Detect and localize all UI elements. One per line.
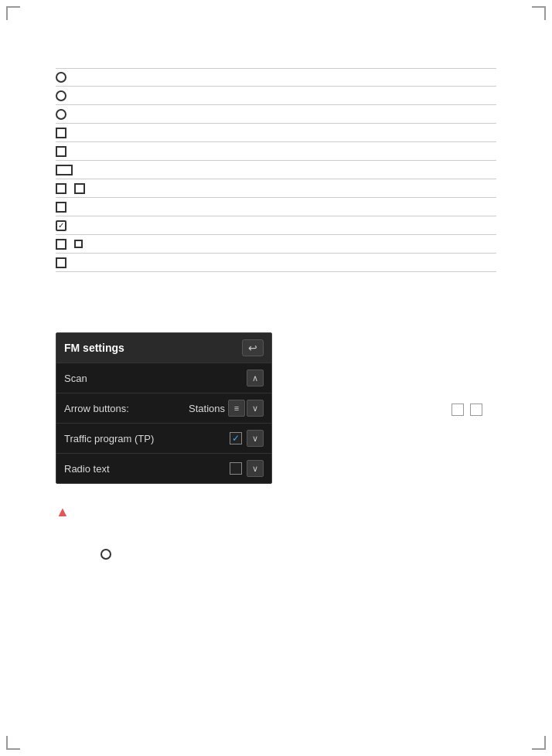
right-small-square-2 [470,404,482,416]
fm-traffic-program-down-button[interactable]: ∨ [247,430,264,447]
corner-mark-tr [532,6,546,20]
fm-scan-up-button[interactable]: ∧ [247,369,264,387]
bullet-square-icon [74,183,85,194]
fm-panel-title: FM settings [64,342,124,354]
warning-triangle-icon: ▲ [56,504,70,520]
list-item [56,235,496,254]
fm-scan-controls: ∧ [247,369,264,387]
bullet-square-icon [56,239,66,250]
bullet-square-icon [56,183,66,194]
fm-radio-text-label: Radio text [64,463,230,475]
fm-arrow-buttons-label: Arrow buttons: [64,403,189,414]
fm-settings-panel: FM settings ↩ Scan ∧ Arrow buttons: Stat… [56,332,272,484]
corner-mark-br [532,736,546,750]
bullet-square-small-icon [74,240,83,248]
fm-arrow-down-button[interactable]: ∨ [247,400,264,417]
right-squares-group [451,404,482,416]
fm-radio-text-controls: ∨ [230,460,264,477]
bullet-square-icon [56,257,66,268]
list-item [56,124,496,142]
fm-radio-text-checkbox[interactable] [230,462,242,475]
fm-traffic-program-checkbox[interactable]: ✓ [230,432,242,444]
bottom-bullet-circle-icon [101,549,111,560]
fm-traffic-program-row: Traffic program (TP) ✓ ∨ [56,423,271,453]
bullet-circle-icon [56,109,66,120]
fm-scan-label: Scan [64,373,247,384]
list-item [56,198,496,216]
list-item [56,68,496,87]
bullet-check-icon: ✓ [56,220,66,231]
list-item [56,142,496,161]
bullet-square-wide-icon [56,165,73,175]
corner-mark-bl [6,736,20,750]
bottom-bullet-section [101,549,111,560]
corner-mark-tl [6,6,20,20]
list-item [56,254,496,272]
fm-radio-text-row: Radio text ∨ [56,453,271,483]
right-small-square-1 [451,404,464,416]
fm-scan-row: Scan ∧ [56,363,271,393]
bullet-square-icon [56,146,66,157]
bullet-circle-icon [56,90,66,101]
fm-arrow-buttons-row: Arrow buttons: Stations ≡ ∨ [56,393,271,423]
list-item [56,87,496,105]
list-item [56,105,496,124]
bullet-circle-icon [56,72,66,83]
bullet-square-icon [56,128,66,138]
warning-section: ▲ [56,502,76,520]
fm-traffic-program-label: Traffic program (TP) [64,433,230,444]
list-item [56,179,496,198]
fm-arrow-buttons-controls: ≡ ∨ [228,400,264,417]
list-item: ✓ [56,216,496,235]
fm-arrow-buttons-value: Stations [189,403,225,414]
list-section: ✓ [56,68,496,272]
fm-traffic-program-controls: ✓ ∨ [230,430,264,447]
fm-panel-header: FM settings ↩ [56,333,271,363]
bullet-square-icon [56,202,66,213]
fm-arrow-menu-button[interactable]: ≡ [228,400,245,417]
fm-back-button[interactable]: ↩ [242,339,264,356]
list-item [56,161,496,179]
fm-radio-text-down-button[interactable]: ∨ [247,460,264,477]
